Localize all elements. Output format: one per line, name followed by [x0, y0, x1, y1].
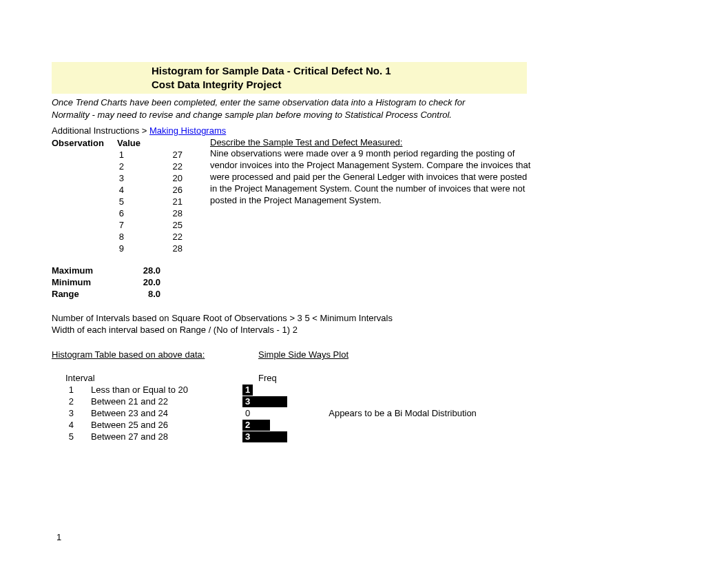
description-title: Describe the Sample Test and Defect Meas…	[210, 137, 534, 147]
description-block: Describe the Sample Test and Defect Meas…	[203, 137, 534, 254]
description-body: Nine observations were made over a 9 mon…	[210, 147, 534, 206]
obs-num: 9	[52, 243, 141, 254]
hist-interval-num: 1	[52, 384, 91, 396]
hist-interval-num: 3	[52, 407, 91, 419]
obs-val: 28	[141, 243, 183, 254]
intervals-line-2: Width of each interval based on Range / …	[52, 324, 728, 336]
obs-val: 20	[141, 172, 183, 184]
minimum-label: Minimum	[52, 276, 126, 288]
hist-header-interval: Interval	[52, 372, 114, 384]
hist-interval-label: Between 21 and 22	[91, 396, 242, 407]
hist-freq-value: 3	[242, 396, 253, 407]
stats-block: Maximum28.0 Minimum20.0 Range8.0	[52, 265, 728, 300]
hist-bar	[253, 396, 287, 407]
obs-header-value: Value	[117, 137, 158, 149]
hist-interval-num: 4	[52, 419, 91, 431]
hist-note: Appears to be a Bi Modal Distribution	[329, 407, 477, 419]
hist-bar	[253, 431, 287, 442]
hist-freq-value: 2	[242, 420, 253, 431]
range-value: 8.0	[126, 288, 160, 300]
page-number: 1	[56, 532, 61, 542]
obs-val: 27	[141, 149, 183, 161]
hist-freq-value: 3	[242, 431, 253, 442]
additional-instructions: Additional Instructions > Making Histogr…	[52, 125, 728, 136]
hist-interval-label: Between 25 and 26	[91, 419, 242, 431]
intervals-block: Number of Intervals based on Square Root…	[52, 312, 728, 336]
making-histograms-link[interactable]: Making Histograms	[149, 125, 226, 136]
hist-bar	[253, 420, 270, 431]
obs-num: 4	[52, 184, 141, 196]
obs-num: 5	[52, 196, 141, 207]
range-label: Range	[52, 288, 126, 300]
hist-interval-label: Between 27 and 28	[91, 431, 242, 442]
title-line-1: Histogram for Sample Data - Critical Def…	[152, 64, 527, 78]
obs-num: 2	[52, 161, 141, 172]
instruction-line-2: Normality - may need to revise and chang…	[52, 109, 728, 121]
title-block: Histogram for Sample Data - Critical Def…	[52, 62, 527, 94]
minimum-value: 20.0	[126, 276, 160, 288]
hist-row: 3 Between 23 and 24 0 Appears to be a Bi…	[52, 407, 728, 419]
hist-freq-value: 0	[242, 408, 253, 419]
obs-num: 1	[52, 149, 141, 161]
obs-num: 7	[52, 219, 141, 231]
hist-row: 4 Between 25 and 26 2	[52, 419, 728, 431]
obs-num: 3	[52, 172, 141, 184]
obs-val: 26	[141, 184, 183, 196]
histogram-table-title: Histogram Table based on above data:	[52, 349, 258, 360]
obs-val: 25	[141, 219, 183, 231]
hist-header-freq: Freq	[258, 372, 277, 384]
hist-interval-num: 5	[52, 431, 91, 442]
intervals-line-1: Number of Intervals based on Square Root…	[52, 312, 728, 324]
obs-val: 21	[141, 196, 183, 207]
histogram-plot-title: Simple Side Ways Plot	[258, 349, 349, 360]
hist-interval-label: Between 23 and 24	[91, 407, 242, 419]
obs-num: 8	[52, 231, 141, 243]
title-line-2: Cost Data Integrity Project	[152, 78, 527, 92]
hist-interval-label: Less than or Equal to 20	[91, 384, 242, 396]
maximum-label: Maximum	[52, 265, 126, 276]
maximum-value: 28.0	[126, 265, 160, 276]
instruction-text: Once Trend Charts have been completed, e…	[52, 96, 728, 121]
obs-num: 6	[52, 207, 141, 219]
instruction-line-1: Once Trend Charts have been completed, e…	[52, 96, 728, 109]
hist-row: 1 Less than or Equal to 20 1	[52, 384, 728, 396]
hist-row: 5 Between 27 and 28 3	[52, 431, 728, 442]
hist-interval-num: 2	[52, 396, 91, 407]
hist-row: 2 Between 21 and 22 3	[52, 396, 728, 407]
obs-header-observation: Observation	[52, 137, 117, 149]
obs-val: 22	[141, 161, 183, 172]
obs-val: 22	[141, 231, 183, 243]
additional-instructions-label: Additional Instructions >	[52, 125, 149, 136]
observation-table: Observation Value 127 222 320 426 521 62…	[52, 137, 203, 254]
histogram-section: Histogram Table based on above data: Sim…	[52, 349, 728, 442]
hist-freq-value: 1	[242, 385, 253, 396]
obs-val: 28	[141, 207, 183, 219]
